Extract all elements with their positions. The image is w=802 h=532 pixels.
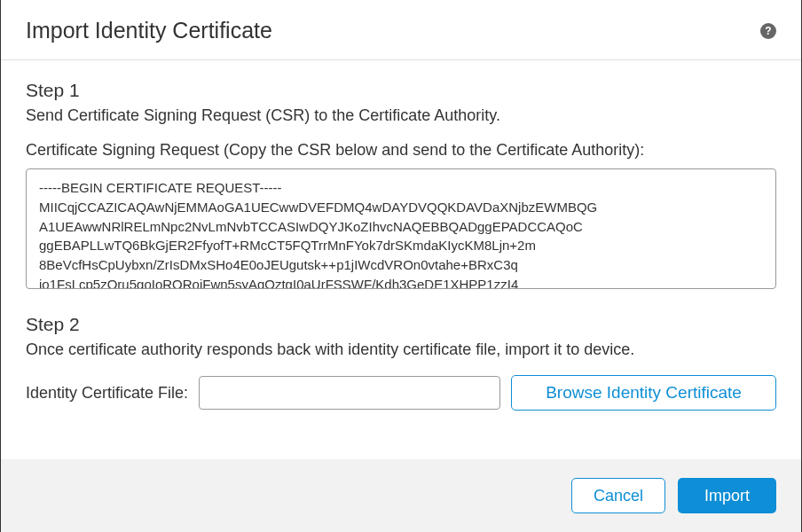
browse-identity-certificate-button[interactable]: Browse Identity Certificate xyxy=(511,375,776,411)
step1-title: Step 1 xyxy=(26,80,776,101)
dialog-header: Import Identity Certificate ? xyxy=(1,0,801,60)
dialog-content: Step 1 Send Certificate Signing Request … xyxy=(1,60,801,437)
identity-file-input[interactable] xyxy=(199,376,500,410)
help-icon[interactable]: ? xyxy=(760,23,776,39)
csr-textarea[interactable] xyxy=(26,168,776,289)
import-button[interactable]: Import xyxy=(678,478,776,513)
identity-file-row: Identity Certificate File: Browse Identi… xyxy=(26,375,776,411)
identity-file-label: Identity Certificate File: xyxy=(26,384,188,403)
step1-description: Send Certificate Signing Request (CSR) t… xyxy=(26,106,776,125)
dialog-footer: Cancel Import xyxy=(1,459,801,532)
cancel-button[interactable]: Cancel xyxy=(571,478,665,513)
step2-title: Step 2 xyxy=(26,314,776,335)
csr-label: Certificate Signing Request (Copy the CS… xyxy=(26,141,776,160)
step2-description: Once certificate authority responds back… xyxy=(26,340,776,359)
page-title: Import Identity Certificate xyxy=(26,18,272,43)
